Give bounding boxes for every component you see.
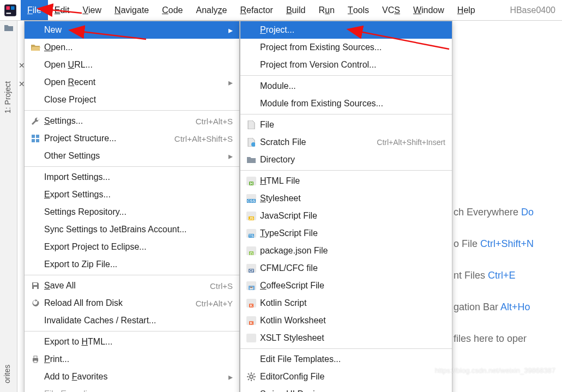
- shortcut-label: Ctrl+Alt+Shift+S: [174, 134, 233, 143]
- file-menu-item-export-settings[interactable]: Export Settings...: [25, 186, 239, 203]
- new-menu-item-module[interactable]: Module...: [240, 77, 452, 95]
- kt-icon: K: [245, 316, 258, 325]
- menu-view[interactable]: View: [76, 0, 108, 20]
- new-menu-item-editorconfig-file[interactable]: EditorConfig File: [240, 368, 452, 385]
- new-menu-item-cfml-cfc-file[interactable]: CfCFML/CFC file: [240, 260, 452, 277]
- new-menu-item-stylesheet[interactable]: CSSStylesheet: [240, 190, 452, 207]
- menu-item-label: Scratch File: [258, 137, 377, 147]
- file-menu-item-other-settings[interactable]: Other Settings▸: [25, 147, 239, 165]
- menu-item-label: Module...: [258, 81, 445, 91]
- file-menu-item-sync-settings-to-jetbrains-account[interactable]: Sync Settings to JetBrains Account...: [25, 221, 239, 238]
- file-menu-item-save-all[interactable]: Save AllCtrl+S: [25, 277, 239, 294]
- menu-item-label: Print...: [42, 354, 233, 364]
- file-menu-item-project-structure[interactable]: Project Structure...Ctrl+Alt+Shift+S: [25, 130, 239, 147]
- menu-items: FileEditViewNavigateCodeAnalyzeRefactorB…: [21, 0, 482, 20]
- menu-help[interactable]: Help: [451, 0, 482, 20]
- new-menu-item-project[interactable]: Project...: [240, 21, 452, 39]
- watermark: https://blog.csdn.net/weixin_39868387: [435, 366, 555, 375]
- svg-rect-4: [32, 135, 35, 138]
- new-menu-item-swing-ui-designer[interactable]: Swing UI Designer▸: [240, 385, 452, 392]
- file-menu-item-open-recent[interactable]: Open Recent▸: [25, 74, 239, 91]
- file-menu-item-reload-all-from-disk[interactable]: Reload All from DiskCtrl+Alt+Y: [25, 294, 239, 312]
- file-menu-item-export-project-to-eclipse[interactable]: Export Project to Eclipse...: [25, 238, 239, 256]
- svg-rect-1: [6, 6, 10, 10]
- new-menu-item-xslt-stylesheet[interactable]: XSLT Stylesheet: [240, 329, 452, 347]
- separator: [240, 170, 452, 171]
- menu-item-label: New: [42, 25, 228, 35]
- file-menu-item-import-settings[interactable]: Import Settings...: [25, 168, 239, 186]
- menu-navigate[interactable]: Navigate: [108, 0, 155, 20]
- file-menu-item-export-to-html[interactable]: Export to HTML...: [25, 333, 239, 351]
- menu-file[interactable]: File: [21, 0, 48, 20]
- menu-item-label: Project...: [258, 25, 445, 35]
- new-menu-item-coffeescript-file[interactable]: ☕CoffeeScript File: [240, 277, 452, 294]
- new-menu-item-project-from-version-control[interactable]: Project from Version Control...: [240, 56, 452, 74]
- project-folder-icon[interactable]: [0, 21, 17, 35]
- file-menu-item-open-url[interactable]: Open URL...: [25, 56, 239, 74]
- file-menu-item-new[interactable]: New▸: [25, 21, 239, 39]
- menu-window[interactable]: Window: [407, 0, 451, 20]
- new-menu-item-file[interactable]: File: [240, 116, 452, 134]
- chevron-right-icon: ▸: [228, 25, 233, 35]
- menu-refactor[interactable]: Refactor: [233, 0, 279, 20]
- menu-tools[interactable]: Tools: [341, 0, 376, 20]
- menu-item-label: TypeScript File: [258, 228, 445, 238]
- menu-item-label: XSLT Stylesheet: [258, 333, 445, 343]
- separator: [240, 75, 452, 76]
- new-menu-item-module-from-existing-sources[interactable]: Module from Existing Sources...: [240, 95, 452, 112]
- svg-rect-8: [33, 283, 37, 285]
- welcome-hint: gation Bar Alt+Ho: [454, 291, 534, 323]
- menu-item-label: Project from Version Control...: [258, 60, 445, 70]
- file-menu-item-settings[interactable]: Settings...Ctrl+Alt+S: [25, 112, 239, 130]
- menu-item-label: Project from Existing Sources...: [258, 43, 445, 52]
- file-menu-item-file-encoding: File Encoding: [25, 385, 239, 392]
- file-menu-item-add-to-favorites[interactable]: Add to Favorites▸: [25, 368, 239, 385]
- new-menu-item-scratch-file[interactable]: Scratch FileCtrl+Alt+Shift+Insert: [240, 134, 452, 151]
- menu-item-label: Settings...: [42, 116, 196, 126]
- menu-item-label: Export to Zip File...: [42, 260, 233, 269]
- menu-item-label: Export to HTML...: [42, 337, 233, 347]
- svg-rect-12: [34, 360, 37, 363]
- file-menu-item-open[interactable]: Open...: [25, 39, 239, 56]
- pkg-icon: {}: [245, 246, 258, 255]
- file-menu-item-settings-repository[interactable]: Settings Repository...: [25, 203, 239, 221]
- project-toolwindow-tab[interactable]: 1: Project: [3, 81, 12, 113]
- menu-item-label: CFML/CFC file: [258, 263, 445, 273]
- menu-item-label: Export Project to Eclipse...: [42, 242, 233, 252]
- chevron-right-icon: ▸: [228, 372, 233, 382]
- favorites-toolwindow-tab[interactable]: orites: [3, 365, 11, 383]
- new-menu-item-html-file[interactable]: HHTML File: [240, 172, 452, 190]
- file-menu-item-invalidate-caches-restart[interactable]: Invalidate Caches / Restart...: [25, 312, 239, 329]
- shortcut-label: Ctrl+Alt+Shift+Insert: [377, 138, 445, 147]
- menu-edit[interactable]: Edit: [48, 0, 76, 20]
- menu-vcs[interactable]: VCS: [376, 0, 407, 20]
- menu-item-label: Kotlin Script: [258, 298, 445, 308]
- new-menu-item-directory[interactable]: Directory: [240, 151, 452, 168]
- menu-analyze[interactable]: Analyze: [189, 0, 233, 20]
- separator: [240, 114, 452, 114]
- new-submenu: Project...Project from Existing Sources.…: [240, 21, 452, 392]
- svg-rect-5: [36, 135, 39, 138]
- menu-code[interactable]: Code: [155, 0, 189, 20]
- menu-build[interactable]: Build: [280, 0, 312, 20]
- new-menu-item-typescript-file[interactable]: TSTypeScript File: [240, 225, 452, 242]
- shortcut-label: Ctrl+Alt+S: [196, 117, 233, 126]
- svg-point-14: [250, 375, 253, 378]
- menu-item-label: Module from Existing Sources...: [258, 99, 445, 108]
- ts-icon: TS: [245, 229, 258, 238]
- new-menu-item-edit-file-templates[interactable]: Edit File Templates...: [240, 351, 452, 368]
- file-menu-item-print[interactable]: Print...: [25, 351, 239, 368]
- file-menu-item-export-to-zip-file[interactable]: Export to Zip File...: [25, 256, 239, 273]
- new-menu-item-project-from-existing-sources[interactable]: Project from Existing Sources...: [240, 39, 452, 56]
- new-menu-item-kotlin-worksheet[interactable]: KKotlin Worksheet: [240, 312, 452, 329]
- file-menu-item-close-project[interactable]: Close Project: [25, 91, 239, 108]
- new-menu-item-javascript-file[interactable]: JSJavaScript File: [240, 207, 452, 225]
- project-name: HBase0400: [503, 0, 562, 20]
- left-gutter: 1: Project orites: [0, 21, 17, 392]
- menu-item-label: Swing UI Designer: [258, 389, 441, 392]
- new-menu-item-package-json-file[interactable]: {}package.json File: [240, 242, 452, 260]
- menu-run[interactable]: Run: [312, 0, 341, 20]
- new-menu-item-kotlin-script[interactable]: KKotlin Script: [240, 294, 452, 312]
- wrench-icon: [29, 117, 42, 125]
- welcome-hints: ch Everywhere Doo File Ctrl+Shift+Nnt Fi…: [454, 196, 534, 354]
